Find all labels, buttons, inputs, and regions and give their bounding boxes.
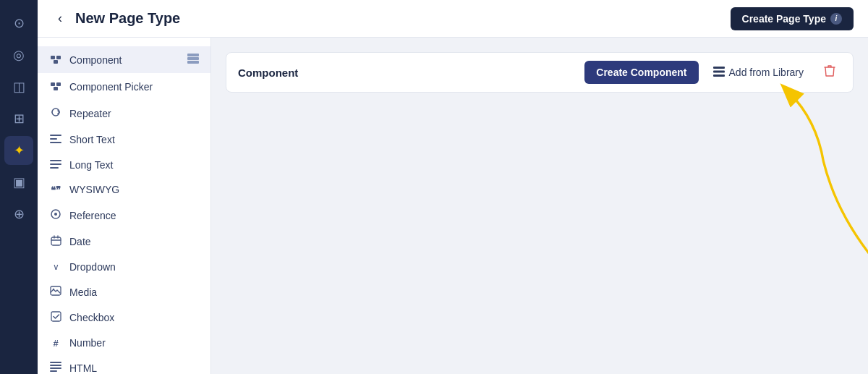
svg-rect-6 [51, 82, 55, 86]
sidebar-item-reference[interactable]: Reference [38, 202, 210, 229]
component-sidebar: Component Component Picker Repeater [38, 38, 211, 374]
nav-media[interactable]: ▣ [4, 168, 33, 197]
svg-point-16 [54, 213, 57, 216]
annotation-arrow [587, 77, 868, 287]
svg-rect-22 [50, 365, 61, 366]
library-icon [713, 67, 725, 79]
sidebar-item-repeater-label: Repeater [69, 108, 111, 119]
number-icon: # [49, 338, 62, 349]
sidebar-item-html-label: HTML [69, 362, 97, 374]
sidebar-item-wysiwyg-label: WYSIWYG [69, 184, 119, 195]
nav-grid[interactable]: ⊞ [4, 104, 33, 133]
sidebar-item-long-text-label: Long Text [69, 159, 113, 171]
svg-rect-23 [50, 367, 61, 369]
short-text-icon [49, 133, 62, 145]
sidebar-item-reference-label: Reference [69, 210, 116, 221]
long-text-icon [49, 158, 62, 171]
add-from-library-button[interactable]: Add from Library [706, 62, 811, 83]
nav-home[interactable]: ⊙ [4, 9, 33, 38]
svg-point-19 [53, 289, 54, 290]
info-icon: i [830, 13, 842, 25]
reference-icon [49, 208, 62, 222]
svg-rect-4 [187, 57, 199, 60]
svg-rect-5 [187, 61, 199, 64]
sidebar-item-number-label: Number [69, 337, 106, 349]
nav-feed[interactable]: ◎ [4, 41, 33, 69]
sidebar-item-html[interactable]: HTML [38, 355, 210, 374]
svg-rect-0 [51, 56, 55, 59]
checkbox-icon [49, 311, 62, 324]
nav-pages[interactable]: ◫ [4, 72, 33, 101]
top-bar: ‹ New Page Type Create Page Type i [38, 0, 868, 38]
main-wrapper: ‹ New Page Type Create Page Type i Compo… [38, 0, 868, 374]
svg-rect-3 [187, 54, 199, 56]
create-component-button[interactable]: Create Component [584, 61, 698, 84]
sidebar-item-repeater[interactable]: Repeater [38, 100, 210, 127]
sidebar-item-number[interactable]: # Number [38, 331, 210, 355]
svg-rect-17 [51, 237, 61, 245]
sidebar-item-date-label: Date [69, 236, 91, 247]
sidebar-item-date[interactable]: Date [38, 229, 210, 255]
repeater-icon [49, 106, 62, 120]
svg-rect-27 [713, 75, 725, 77]
sidebar-item-wysiwyg[interactable]: ❝❞ WYSIWYG [38, 177, 210, 202]
svg-rect-2 [54, 60, 58, 64]
svg-rect-25 [713, 67, 725, 69]
component-icon [49, 53, 62, 67]
page-title: New Page Type [75, 10, 180, 27]
sidebar-item-long-text[interactable]: Long Text [38, 152, 210, 177]
svg-rect-14 [50, 167, 59, 169]
component-actions: Create Component Add from Library [584, 61, 841, 84]
top-bar-left: ‹ New Page Type [52, 8, 180, 29]
component-card: Component Create Component Add from Libr… [226, 52, 854, 93]
svg-rect-21 [50, 362, 61, 363]
add-from-library-label: Add from Library [729, 67, 804, 78]
sidebar-item-component-picker[interactable]: Component Picker [38, 73, 210, 100]
sidebar-navigation: ⊙ ◎ ◫ ⊞ ✦ ▣ ⊕ [0, 0, 38, 374]
sidebar-item-checkbox[interactable]: Checkbox [38, 305, 210, 331]
sidebar-item-media[interactable]: Media [38, 279, 210, 305]
date-icon [49, 235, 62, 248]
component-extra-icon [187, 54, 199, 66]
svg-rect-9 [50, 135, 61, 136]
sidebar-item-component-label: Component [69, 54, 122, 66]
create-page-type-label: Create Page Type [742, 13, 826, 25]
sidebar-item-checkbox-label: Checkbox [69, 312, 114, 323]
svg-rect-7 [56, 82, 61, 86]
svg-rect-24 [50, 370, 57, 372]
create-page-type-button[interactable]: Create Page Type i [731, 7, 854, 30]
sidebar-item-dropdown-label: Dropdown [69, 261, 116, 273]
component-card-label: Component [238, 67, 584, 79]
content-area: Component Component Picker Repeater [38, 38, 868, 374]
nav-tokens[interactable]: ✦ [4, 136, 33, 165]
wysiwyg-icon: ❝❞ [49, 184, 62, 195]
sidebar-item-short-text-label: Short Text [69, 134, 115, 145]
svg-rect-26 [713, 70, 725, 72]
nav-users[interactable]: ⊕ [4, 200, 33, 229]
media-icon [49, 286, 62, 298]
sidebar-item-media-label: Media [69, 286, 97, 298]
svg-rect-10 [50, 138, 57, 140]
sidebar-item-component[interactable]: Component [38, 46, 210, 73]
svg-rect-13 [50, 163, 61, 165]
svg-rect-11 [50, 142, 61, 143]
back-button[interactable]: ‹ [52, 8, 68, 29]
svg-rect-20 [51, 312, 61, 321]
dropdown-icon: ∨ [49, 262, 62, 272]
component-picker-icon [49, 80, 62, 93]
delete-component-button[interactable] [818, 61, 841, 83]
svg-rect-8 [54, 87, 58, 90]
html-icon [49, 362, 62, 374]
svg-rect-12 [50, 160, 61, 161]
sidebar-item-short-text[interactable]: Short Text [38, 127, 210, 152]
main-panel: Component Create Component Add from Libr… [211, 38, 868, 374]
svg-rect-1 [56, 56, 61, 59]
sidebar-item-component-picker-label: Component Picker [69, 81, 153, 93]
sidebar-item-dropdown[interactable]: ∨ Dropdown [38, 255, 210, 279]
